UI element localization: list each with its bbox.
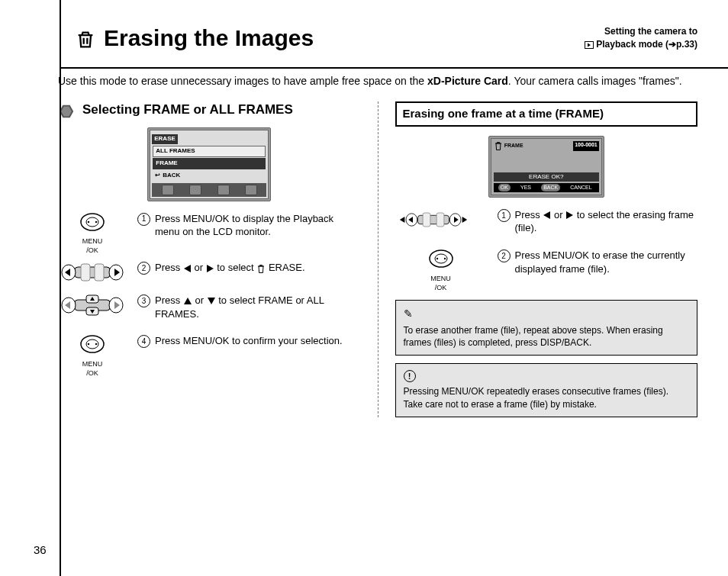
menu-ok-label: MENU /OK bbox=[79, 359, 105, 378]
lcd-confirm-screen: FRAME 100-0001 ERASE OK? OKYES BACKCANCE… bbox=[488, 136, 604, 198]
caution-text: Pressing MENU/OK repeatedly erases conse… bbox=[404, 385, 690, 410]
step-3-text: Press or to select FRAME or ALL FRAMES. bbox=[155, 294, 361, 320]
note-box: ✎ To erase another frame (file), repeat … bbox=[395, 300, 698, 356]
svg-rect-8 bbox=[81, 264, 90, 281]
lcd-menu-screen: ERASE ALL FRAMES FRAME ↩BACK bbox=[147, 127, 271, 201]
caution-icon: ! bbox=[404, 370, 416, 382]
right-step-2-text: Press MENU/OK to erase the currently dis… bbox=[515, 249, 698, 275]
lcd2-frame: FRAME bbox=[504, 143, 523, 148]
down-arrow-icon bbox=[208, 298, 215, 304]
menu-ok-label: MENU /OK bbox=[428, 274, 454, 292]
left-right-pad-graphic bbox=[395, 208, 487, 235]
intro-paragraph: Use this mode to erase unnecessary image… bbox=[58, 74, 697, 88]
menu-ok-label: MENU /OK bbox=[79, 237, 105, 255]
page-number: 36 bbox=[34, 542, 47, 558]
trash-icon bbox=[75, 27, 96, 49]
header-note-line2: Playback mode (➔p.33) bbox=[596, 39, 697, 50]
page-title-text: Erasing the Images bbox=[104, 23, 314, 54]
lcd-icon-row bbox=[152, 183, 266, 197]
lcd-back-row: ↩BACK bbox=[153, 171, 266, 181]
page-title: Erasing the Images bbox=[75, 23, 314, 54]
margin-rule-horizontal bbox=[60, 67, 728, 69]
lcd2-footer: OKYES BACKCANCEL bbox=[494, 183, 599, 191]
menu-ok-button-graphic: MENU /OK bbox=[395, 249, 487, 292]
svg-point-5 bbox=[88, 220, 89, 222]
step-1-text: Press MENU/OK to display the Playback me… bbox=[155, 212, 361, 239]
header-note-line1: Setting the camera to bbox=[585, 25, 697, 38]
svg-rect-7 bbox=[75, 267, 110, 278]
menu-ok-button-graphic: MENU /OK bbox=[58, 212, 127, 256]
lcd2-cancel: CANCEL bbox=[568, 184, 594, 191]
hand-icon: ✎ bbox=[404, 307, 690, 321]
lcd2-ok-btn: OK bbox=[498, 184, 511, 191]
four-way-pad-graphic bbox=[58, 294, 127, 320]
svg-rect-22 bbox=[423, 213, 430, 227]
trash-icon bbox=[256, 262, 266, 275]
svg-point-19 bbox=[88, 343, 89, 345]
svg-point-26 bbox=[430, 250, 453, 267]
svg-point-28 bbox=[436, 258, 437, 259]
step-number-4: 4 bbox=[137, 335, 150, 348]
lcd-row-frame: FRAME bbox=[153, 158, 266, 169]
lcd2-yes: YES bbox=[518, 184, 533, 191]
left-right-pad-graphic bbox=[58, 261, 127, 288]
intro-bold: xD-Picture Card bbox=[427, 75, 508, 87]
svg-rect-23 bbox=[436, 213, 444, 227]
header-note: Setting the camera to Playback mode (➔p.… bbox=[585, 25, 697, 51]
lcd2-erase-ok: ERASE OK? bbox=[494, 172, 599, 182]
svg-point-20 bbox=[95, 343, 97, 345]
intro-post: . Your camera calls images "frames". bbox=[508, 75, 682, 87]
margin-rule-vertical bbox=[60, 0, 61, 576]
left-arrow-icon bbox=[184, 265, 191, 272]
trash-icon bbox=[494, 141, 503, 151]
step-number-2: 2 bbox=[498, 249, 511, 262]
lcd-row-all-frames: ALL FRAMES bbox=[153, 146, 266, 157]
right-heading: Erasing one frame at a time (FRAME) bbox=[395, 101, 698, 126]
intro-pre: Use this mode to erase unnecessary image… bbox=[58, 75, 427, 87]
step-number-1: 1 bbox=[498, 209, 511, 222]
right-arrow-icon bbox=[207, 265, 214, 272]
lcd2-file: 100-0001 bbox=[573, 141, 599, 151]
caution-box: ! Pressing MENU/OK repeatedly erases con… bbox=[395, 363, 698, 417]
step-number-3: 3 bbox=[137, 294, 150, 307]
back-arrow-icon: ↩ bbox=[155, 172, 160, 180]
up-arrow-icon bbox=[184, 298, 192, 304]
svg-point-6 bbox=[95, 220, 97, 222]
left-arrow-icon bbox=[543, 211, 550, 219]
step-2-text: Press or to select ERASE. bbox=[155, 261, 305, 275]
lcd-back-label: BACK bbox=[163, 172, 180, 180]
lcd2-back-btn: BACK bbox=[541, 184, 560, 191]
playback-icon bbox=[585, 39, 594, 50]
lcd-title: ERASE bbox=[152, 134, 178, 144]
step-number-2: 2 bbox=[137, 262, 150, 275]
menu-ok-button-graphic: MENU /OK bbox=[58, 334, 127, 378]
step-4-text: Press MENU/OK to confirm your selection. bbox=[155, 334, 343, 348]
right-step-1-text: Press or to select the erasing frame (fi… bbox=[515, 208, 698, 235]
svg-rect-9 bbox=[95, 264, 104, 281]
left-heading: Selecting FRAME or ALL FRAMES bbox=[82, 101, 293, 117]
note-text: To erase another frame (file), repeat ab… bbox=[404, 324, 690, 349]
svg-point-29 bbox=[443, 258, 445, 259]
svg-point-3 bbox=[81, 214, 104, 230]
step-number-1: 1 bbox=[137, 213, 150, 226]
column-divider bbox=[378, 101, 378, 417]
svg-point-17 bbox=[81, 336, 104, 352]
right-arrow-icon bbox=[566, 211, 573, 219]
